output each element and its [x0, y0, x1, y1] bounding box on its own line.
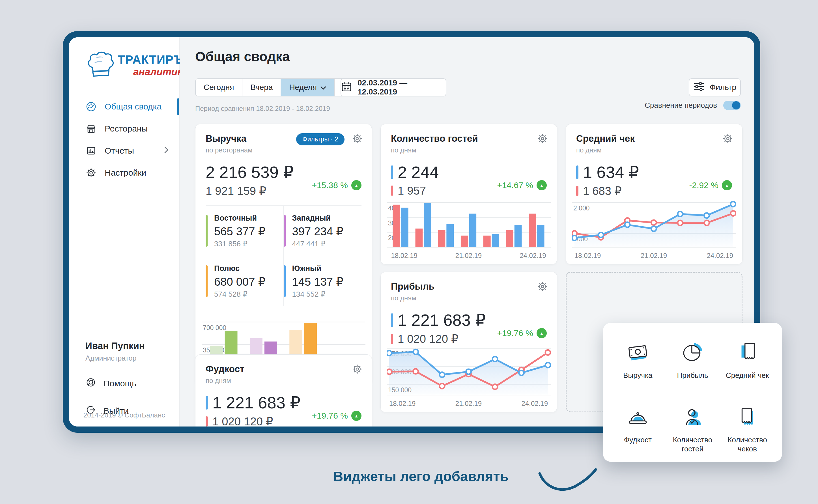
date-range-value: 02.03.2019 — 12.03.2019	[358, 78, 446, 96]
revenue-breakdown: Восточный 565 377 ₽ 331 856 ₽ Западный 3…	[206, 205, 361, 306]
card-subtitle: по ресторанам	[206, 146, 361, 154]
widget-option-foodcost[interactable]: Фудкост	[610, 404, 665, 462]
widget-option-revenue[interactable]: Выручка	[610, 339, 665, 388]
current-period-bar	[391, 313, 393, 327]
card-title: Количество гостей	[391, 133, 547, 144]
brand-logo: ТРАКТИРЪ® аналитика	[85, 50, 179, 80]
copyright: 2014-2019 © СофтБаланс	[69, 411, 179, 419]
svg-text:21.02.19: 21.02.19	[455, 252, 482, 259]
widget-option-label: Выручка	[610, 371, 665, 380]
svg-text:700 000: 700 000	[203, 324, 226, 331]
card-settings-icon[interactable]	[722, 133, 734, 146]
widget-option-avg-check[interactable]: Средний чек	[720, 339, 775, 388]
lifebuoy-icon	[85, 377, 96, 390]
comparison-period-note: Период сравнения 18.02.2019 - 18.02.2019	[195, 105, 330, 113]
banknote-icon	[610, 339, 665, 365]
color-bar	[206, 265, 208, 297]
report-chart-icon	[85, 145, 97, 156]
widget-option-label: Количество гостей	[665, 435, 720, 454]
sidebar: ТРАКТИРЪ® аналитика Общая сводка	[69, 37, 180, 427]
revenue-card: Выручка по ресторанам Фильтры · 2 2 216 …	[195, 124, 372, 385]
metric-compare-value: 1 921 159 ₽	[206, 184, 266, 197]
metric-change: +19.76 % ▲	[497, 328, 547, 338]
date-range-picker[interactable]: 02.03.2019 — 12.03.2019	[341, 78, 446, 96]
card-settings-icon[interactable]	[351, 133, 363, 146]
tab-today[interactable]: Сегодня	[196, 79, 242, 96]
metric-value: 1 634 ₽	[583, 164, 639, 181]
card-subtitle: по дням	[391, 146, 547, 154]
brand-subtitle: аналитика	[118, 66, 188, 77]
current-period-bar	[206, 396, 208, 410]
sidebar-item-summary[interactable]: Общая сводка	[69, 96, 179, 118]
widget-option-profit[interactable]: Прибыль	[665, 339, 720, 388]
guests-by-day-chart: 20030040018.02.1921.02.1924.02.19	[387, 192, 551, 262]
metric-compare-value: 1 020 120 ₽	[212, 415, 273, 428]
svg-text:24.02.19: 24.02.19	[522, 400, 548, 407]
up-arrow-icon: ▲	[351, 411, 361, 421]
calendar-icon	[341, 81, 352, 94]
comparison-toggle-row: Сравнение периодов	[645, 101, 741, 110]
person-icon	[665, 404, 720, 429]
svg-text:18.02.19: 18.02.19	[389, 400, 416, 407]
sliders-icon	[693, 81, 705, 94]
chef-hat-icon	[85, 50, 115, 80]
user-name: Иван Пупкин	[85, 341, 174, 351]
tab-yesterday[interactable]: Вчера	[242, 79, 281, 96]
widget-option-label: Фудкост	[610, 435, 665, 445]
card-subtitle: по дням	[206, 377, 361, 385]
breakdown-cell: Полюс 680 007 ₽ 574 528 ₽	[206, 256, 284, 306]
receipts-icon	[720, 404, 775, 429]
sidebar-item-label: Отчеты	[105, 146, 134, 156]
widget-picker-panel: Выручка Прибыль Средний чек	[603, 323, 782, 462]
chevron-down-icon	[320, 83, 326, 92]
toggle-knob	[732, 101, 740, 109]
active-indicator	[177, 98, 179, 115]
sidebar-item-label: Рестораны	[105, 124, 148, 133]
up-arrow-icon: ▲	[722, 180, 732, 190]
caption-text: Виджеты лего добавлять	[333, 468, 509, 484]
widget-option-label: Количество чеков	[720, 435, 775, 454]
breakdown-cell: Восточный 565 377 ₽ 331 856 ₽	[206, 206, 284, 256]
metric-value: 2 216 539 ₽	[206, 164, 294, 181]
sidebar-item-label: Общая сводка	[105, 102, 162, 111]
current-period-bar	[576, 165, 578, 179]
color-bar	[284, 215, 286, 247]
filter-button[interactable]: Фильтр	[689, 78, 741, 96]
svg-text:21.02.19: 21.02.19	[641, 252, 667, 259]
breakdown-cell: Западный 397 234 ₽ 447 441 ₽	[284, 206, 362, 256]
up-arrow-icon: ▲	[537, 328, 547, 338]
sidebar-item-reports[interactable]: Отчеты	[69, 140, 179, 162]
up-arrow-icon: ▲	[537, 180, 547, 190]
color-bar	[206, 215, 208, 247]
user-role: Администратор	[85, 354, 174, 362]
swoosh-arrow	[537, 467, 600, 497]
comparison-toggle[interactable]	[723, 101, 741, 110]
current-period-bar	[391, 165, 393, 179]
breakdown-cell: Южный 145 137 ₽ 134 552 ₽	[284, 256, 362, 306]
foodcost-card: Фудкост по дням 1 221 683 ₽ 1 020 120 ₽ …	[195, 354, 372, 433]
svg-text:24.02.19: 24.02.19	[520, 252, 546, 259]
widget-option-check-count[interactable]: Количество чеков	[720, 404, 775, 462]
tab-week[interactable]: Неделя	[281, 79, 335, 96]
card-settings-icon[interactable]	[537, 281, 548, 294]
metric-value: 1 221 683 ₽	[212, 394, 300, 412]
sidebar-item-restaurants[interactable]: Рестораны	[69, 118, 179, 140]
period-tab-group: Сегодня Вчера Неделя Год	[195, 78, 365, 96]
card-settings-icon[interactable]	[351, 363, 363, 376]
svg-text:18.02.19: 18.02.19	[391, 252, 417, 259]
chevron-right-icon	[163, 146, 169, 156]
profit-card: Прибыль по дням 1 221 683 ₽ 1 020 120 ₽ …	[380, 272, 557, 412]
up-arrow-icon: ▲	[351, 180, 361, 190]
storefront-icon	[85, 123, 97, 134]
card-settings-icon[interactable]	[537, 133, 548, 146]
metric-change: +14.67 % ▲	[497, 180, 547, 190]
widget-option-guest-count[interactable]: Количество гостей	[665, 404, 720, 462]
sidebar-item-settings[interactable]: Настройки	[69, 162, 179, 184]
widget-option-label: Прибыль	[665, 371, 720, 380]
receipt-icon	[720, 339, 775, 365]
cloche-icon	[610, 404, 665, 429]
filters-badge[interactable]: Фильтры · 2	[296, 133, 345, 145]
card-title: Прибыль	[391, 281, 547, 292]
card-subtitle: по дням	[576, 146, 732, 154]
help-link[interactable]: Помощь	[85, 377, 174, 390]
